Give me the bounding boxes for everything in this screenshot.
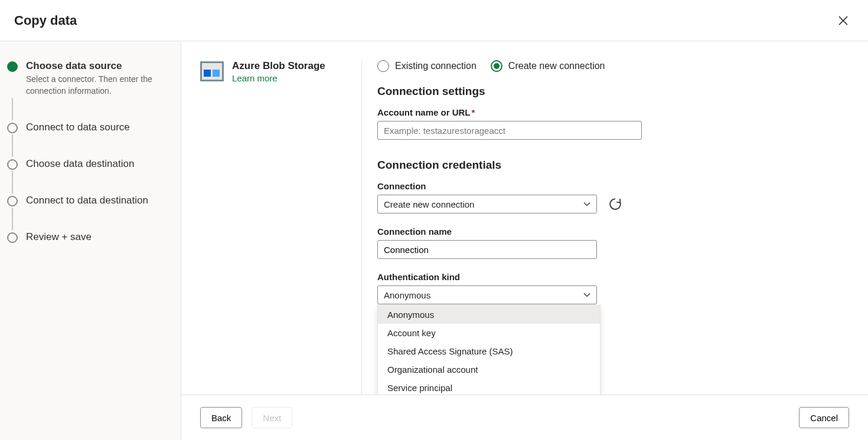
page-title: Copy data [14, 13, 77, 28]
step-connector [12, 134, 13, 157]
step-title: Connect to data source [26, 122, 130, 133]
step-connect-data-destination[interactable]: Connect to data destination [5, 195, 167, 206]
auth-option-sas[interactable]: Shared Access Signature (SAS) [378, 342, 600, 360]
svg-rect-3 [213, 70, 220, 77]
radio-create-new-connection[interactable]: Create new connection [491, 60, 605, 72]
connection-settings-heading: Connection settings [377, 85, 787, 98]
step-connector [12, 171, 13, 193]
connection-credentials-heading: Connection credentials [377, 159, 787, 172]
chevron-down-icon [583, 201, 590, 208]
authentication-kind-label: Authentication kind [377, 272, 787, 282]
step-choose-data-destination[interactable]: Choose data destination [5, 158, 167, 170]
connection-dropdown-value: Create new connection [384, 199, 474, 209]
step-choose-data-source[interactable]: Choose data source Select a connector. T… [5, 60, 167, 97]
connection-name-input[interactable] [377, 240, 597, 259]
step-indicator [7, 196, 18, 206]
next-button[interactable]: Next [252, 407, 292, 428]
auth-option-service-principal[interactable]: Service principal [378, 379, 600, 395]
step-indicator [7, 61, 18, 72]
auth-option-account-key[interactable]: Account key [378, 324, 600, 342]
step-indicator [7, 123, 18, 133]
auth-option-anonymous[interactable]: Anonymous [378, 306, 600, 324]
close-button[interactable] [836, 14, 850, 28]
back-button[interactable]: Back [200, 407, 242, 428]
authentication-kind-value: Anonymous [384, 290, 430, 300]
wizard-footer: Back Next Cancel [181, 395, 868, 440]
radio-label: Create new connection [508, 61, 605, 71]
wizard-steps: Choose data source Select a connector. T… [0, 41, 181, 440]
connection-mode-radios: Existing connection Create new connectio… [377, 60, 787, 72]
svg-rect-2 [204, 70, 211, 77]
step-title: Choose data source [26, 60, 167, 72]
cancel-button[interactable]: Cancel [799, 407, 849, 428]
learn-more-link[interactable]: Learn more [232, 73, 278, 83]
step-connect-data-source[interactable]: Connect to data source [5, 122, 167, 133]
authentication-kind-menu: Anonymous Account key Shared Access Sign… [377, 305, 601, 395]
step-indicator [7, 159, 18, 170]
connection-dropdown-label: Connection [377, 181, 787, 191]
connector-name: Azure Blob Storage [232, 60, 325, 72]
step-title: Choose data destination [26, 158, 134, 170]
step-description: Select a connector. Then enter the conne… [26, 74, 167, 97]
connector-summary: Azure Blob Storage Learn more [200, 60, 362, 395]
authentication-kind-dropdown[interactable]: Anonymous [377, 285, 597, 304]
radio-label: Existing connection [395, 61, 477, 71]
step-title: Connect to data destination [26, 195, 148, 206]
chevron-down-icon [583, 291, 590, 298]
close-icon [838, 16, 848, 25]
step-connector [12, 98, 13, 120]
account-name-input[interactable] [377, 121, 642, 140]
azure-blob-storage-icon [200, 60, 224, 84]
connection-dropdown[interactable]: Create new connection [377, 195, 597, 214]
step-connector [12, 208, 13, 230]
account-name-label: Account name or URL* [377, 107, 787, 117]
auth-option-organizational[interactable]: Organizational account [378, 360, 600, 379]
step-title: Review + save [26, 231, 92, 243]
step-review-save[interactable]: Review + save [5, 231, 167, 243]
step-indicator [7, 232, 18, 243]
radio-existing-connection[interactable]: Existing connection [377, 60, 477, 72]
connection-name-label: Connection name [377, 226, 787, 237]
refresh-button[interactable] [609, 198, 622, 211]
